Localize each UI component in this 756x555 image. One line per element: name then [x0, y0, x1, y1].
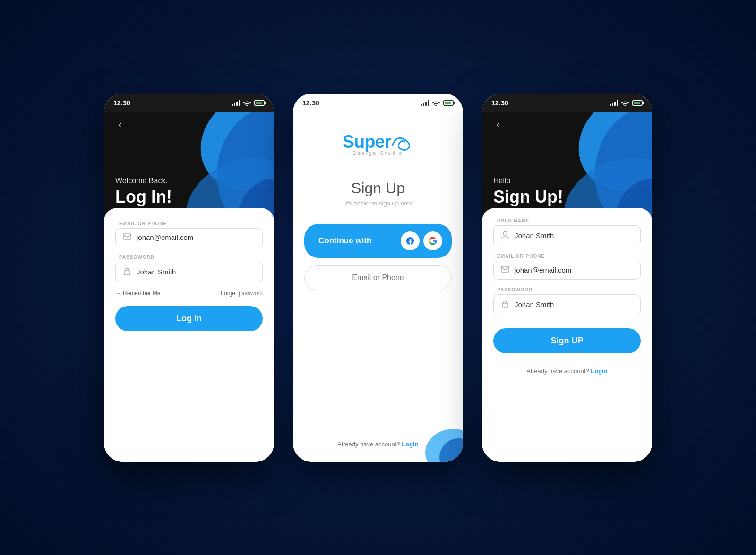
email-field-left: EMAIL OR PHONE johan@email.com [115, 221, 263, 247]
logo-container: Super [343, 131, 414, 153]
right-form-area: USER NAME Johan Smith EMAIL OR PHONE [482, 208, 652, 462]
signal-left [232, 100, 240, 106]
login-button[interactable]: Log In [115, 306, 263, 331]
remember-me-left[interactable]: → Remember Me [115, 290, 160, 297]
email-icon-right [500, 266, 510, 274]
time-center: 12:30 [302, 99, 319, 107]
email-field-right: EMAIL OR PHONE johan@email.com [493, 254, 641, 280]
left-phone: 12:30 ‹ Welcome Back. [104, 94, 274, 462]
continue-with-button[interactable]: Continue with [304, 224, 452, 258]
logo-area: Super Design Studio [343, 131, 414, 156]
username-field-right: USER NAME Johan Smith [493, 218, 641, 246]
already-account-center: Already have account? Login [337, 422, 418, 448]
signal-center [421, 100, 429, 106]
password-label-left: PASSOWORD [115, 255, 263, 260]
password-field-right: PASSOWORD Johan Smith [493, 287, 641, 315]
left-subtitle: Welcome Back. [115, 177, 172, 185]
right-header-area: ‹ Hello Sign Up! [482, 112, 652, 221]
svg-point-0 [182, 112, 274, 210]
forget-password-left[interactable]: Forget password [221, 290, 263, 297]
already-account-right: Already have account? Login [493, 367, 641, 375]
left-title: Log In! [115, 187, 172, 207]
logo-subtitle: Design Studio [343, 150, 414, 156]
back-button-right[interactable]: ‹ [490, 116, 507, 133]
status-icons-center [421, 100, 454, 106]
username-label-right: USER NAME [493, 218, 641, 223]
lock-icon-left [122, 267, 132, 277]
email-input-right[interactable]: johan@email.com [493, 261, 641, 280]
google-icon [428, 236, 438, 246]
logo-text: Super [343, 132, 391, 152]
user-icon-right [500, 231, 510, 241]
logo-swoosh [390, 131, 413, 153]
signup-heading: Sign Up [351, 179, 405, 197]
left-form-area: EMAIL OR PHONE johan@email.com PASSOWORD [104, 208, 274, 462]
left-header-area: ‹ Welcome Back. Log In! [104, 112, 274, 221]
svg-rect-5 [124, 271, 130, 275]
password-input-left[interactable]: Johan Smith [115, 262, 263, 282]
status-bar-right: 12:30 [482, 94, 652, 112]
time-right: 12:30 [491, 99, 508, 107]
username-input-right[interactable]: Johan Smith [493, 225, 641, 246]
right-header-text: Hello Sign Up! [493, 177, 563, 207]
signup-button[interactable]: Sign UP [493, 328, 641, 353]
back-button-left[interactable]: ‹ [112, 116, 129, 133]
blob-decoration-left [170, 112, 274, 221]
password-input-right[interactable]: Johan Smith [493, 294, 641, 315]
email-phone-button[interactable]: Email or Phone [304, 265, 452, 290]
battery-right [632, 100, 643, 106]
wifi-icon-left [243, 100, 251, 106]
signup-subheading: It's easier to sign up now [344, 200, 412, 207]
svg-rect-13 [501, 266, 509, 272]
social-icons-row [401, 231, 442, 250]
left-header-text: Welcome Back. Log In! [115, 177, 172, 207]
facebook-button[interactable] [401, 231, 420, 250]
center-phone: 12:30 Super Design Studio [293, 94, 463, 462]
password-value-left: Johan Smith [137, 268, 176, 276]
status-bar-left: 12:30 [104, 94, 274, 112]
svg-point-9 [585, 112, 652, 221]
blob-decoration-right [548, 112, 652, 221]
continue-text: Continue with [314, 236, 371, 246]
svg-point-1 [207, 112, 274, 221]
right-title: Sign Up! [493, 187, 563, 207]
remember-row-left: → Remember Me Forget password [115, 290, 263, 297]
email-label-left: EMAIL OR PHONE [115, 221, 263, 226]
google-button[interactable] [423, 231, 442, 250]
lock-icon-right [500, 299, 510, 310]
login-link-center[interactable]: Login [402, 441, 418, 448]
password-label-right: PASSOWORD [493, 287, 641, 292]
right-subtitle: Hello [493, 177, 563, 185]
status-icons-left [232, 100, 265, 106]
email-value-right: johan@email.com [515, 266, 571, 274]
battery-left [254, 100, 265, 106]
time-left: 12:30 [113, 99, 130, 107]
right-phone: 12:30 ‹ Hello Sig [482, 94, 652, 462]
password-value-right: Johan Smith [515, 300, 554, 308]
status-bar-center: 12:30 [293, 94, 463, 112]
password-field-left: PASSOWORD Johan Smith [115, 255, 263, 282]
battery-center [443, 100, 454, 106]
svg-point-12 [503, 231, 507, 235]
center-content: Super Design Studio Sign Up It's easier … [293, 112, 463, 462]
email-input-left[interactable]: johan@email.com [115, 228, 263, 247]
login-link-right[interactable]: Login [591, 367, 607, 375]
wifi-icon-center [432, 100, 440, 106]
username-value-right: Johan Smith [515, 231, 554, 239]
email-icon-left [122, 233, 132, 242]
svg-rect-4 [123, 234, 131, 239]
wifi-icon-right [621, 100, 629, 106]
svg-rect-14 [502, 303, 508, 307]
email-label-right: EMAIL OR PHONE [493, 254, 641, 259]
svg-point-8 [560, 112, 652, 210]
status-icons-right [610, 100, 643, 106]
email-value-left: johan@email.com [137, 233, 193, 241]
facebook-icon [405, 236, 415, 246]
signal-right [610, 100, 618, 106]
